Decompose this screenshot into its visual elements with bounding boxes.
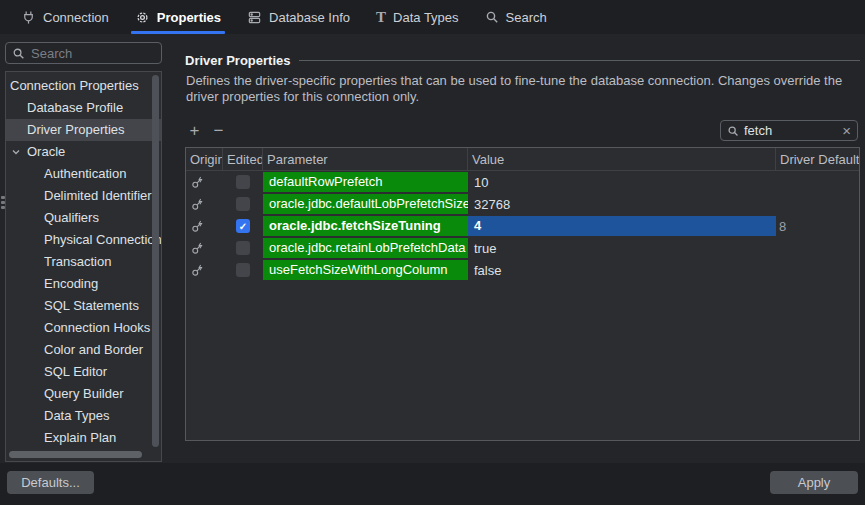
sidebar-item-qualifiers[interactable]: Qualifiers — [6, 207, 161, 229]
sidebar-item-query-builder[interactable]: Query Builder — [6, 383, 161, 405]
origin-cell — [186, 237, 223, 259]
table-toolbar: + − fetch × — [186, 119, 858, 142]
tab-properties[interactable]: Properties — [122, 0, 234, 34]
driver-properties-table: Origin Edited Parameter Value Driver Def… — [185, 147, 860, 441]
sidebar-item-label: Delimited Identifiers — [44, 185, 158, 207]
tab-search[interactable]: Search — [472, 0, 560, 34]
sidebar-search-placeholder: Search — [31, 46, 72, 61]
table-body: defaultRowPrefetch10oracle.jdbc.defaultL… — [186, 171, 859, 281]
value-cell[interactable]: true — [468, 237, 776, 259]
section-description: Defines the driver-specific properties t… — [186, 73, 846, 105]
driver-default-cell — [776, 237, 859, 259]
splitter-handle[interactable] — [1, 196, 5, 209]
search-icon — [12, 47, 25, 60]
sidebar-item-sql-statements[interactable]: SQL Statements — [6, 295, 161, 317]
sidebar-item-connection-hooks[interactable]: Connection Hooks — [6, 317, 161, 339]
header-rule — [299, 60, 861, 61]
sidebar-item-oracle[interactable]: Oracle — [6, 141, 161, 163]
filter-input[interactable]: fetch × — [720, 120, 858, 141]
connection-properties-window: ConnectionPropertiesDatabase InfoTData T… — [0, 0, 865, 505]
sidebar-item-label: Qualifiers — [44, 207, 99, 229]
section-header: Driver Properties — [185, 53, 860, 68]
settings-tree: Connection PropertiesDatabase ProfileDri… — [5, 71, 162, 462]
value-cell[interactable]: 10 — [468, 171, 776, 193]
sidebar-item-connection-properties[interactable]: Connection Properties — [6, 75, 161, 97]
sidebar-item-label: Query Builder — [44, 383, 123, 405]
chevron-down-icon — [11, 147, 22, 157]
table-row[interactable]: oracle.jdbc.defaultLobPrefetchSize32768 — [186, 193, 859, 215]
sidebar-item-driver-properties[interactable]: Driver Properties — [6, 119, 161, 141]
search-icon — [485, 10, 499, 24]
page-title: Driver Properties — [185, 53, 291, 68]
clear-filter-icon[interactable]: × — [842, 123, 851, 138]
tab-label: Connection — [43, 10, 109, 25]
edited-cell — [223, 171, 263, 193]
edited-checkbox[interactable] — [236, 241, 250, 255]
tab-bar: ConnectionPropertiesDatabase InfoTData T… — [0, 0, 865, 34]
table-row[interactable]: useFetchSizeWithLongColumnfalse — [186, 259, 859, 281]
driver-default-cell — [776, 193, 859, 215]
tab-label: Data Types — [393, 10, 459, 25]
column-header-driver-default[interactable]: Driver Default — [776, 148, 859, 170]
edited-checkbox[interactable] — [236, 175, 250, 189]
tab-data-types[interactable]: TData Types — [363, 0, 472, 34]
sidebar-item-physical-connection[interactable]: Physical Connection — [6, 229, 161, 251]
edited-cell — [223, 259, 263, 281]
tree-horizontal-scrollbar[interactable] — [9, 451, 142, 458]
sidebar-item-label: Encoding — [44, 273, 98, 295]
sidebar-item-delimited-identifiers[interactable]: Delimited Identifiers — [6, 185, 161, 207]
driver-origin-icon — [191, 242, 204, 255]
parameter-cell[interactable]: oracle.jdbc.fetchSizeTuning — [263, 215, 468, 237]
sidebar-item-authentication[interactable]: Authentication — [6, 163, 161, 185]
sidebar-item-label: Oracle — [27, 141, 65, 163]
table-row[interactable]: defaultRowPrefetch10 — [186, 171, 859, 193]
driver-default-cell: 8 — [776, 215, 859, 237]
value-cell[interactable]: false — [468, 259, 776, 281]
sidebar-item-data-types[interactable]: Data Types — [6, 405, 161, 427]
value-cell[interactable]: 4 — [468, 215, 776, 237]
sidebar-item-transaction[interactable]: Transaction — [6, 251, 161, 273]
remove-property-button[interactable]: − — [210, 121, 227, 141]
origin-cell — [186, 171, 223, 193]
parameter-cell[interactable]: oracle.jdbc.retainLobPrefetchData — [263, 237, 468, 259]
column-header-value[interactable]: Value — [468, 148, 776, 170]
defaults-button[interactable]: Defaults... — [7, 471, 94, 494]
tab-connection[interactable]: Connection — [8, 0, 122, 34]
column-header-edited[interactable]: Edited — [223, 148, 263, 170]
parameter-cell[interactable]: useFetchSizeWithLongColumn — [263, 259, 468, 281]
parameter-name: oracle.jdbc.retainLobPrefetchData — [263, 238, 468, 258]
edited-checkbox[interactable] — [236, 197, 250, 211]
parameter-name: oracle.jdbc.fetchSizeTuning — [263, 216, 468, 236]
search-icon — [727, 125, 739, 137]
sidebar-item-label: Color and Border — [44, 339, 143, 361]
column-header-origin[interactable]: Origin — [186, 148, 223, 170]
sidebar-item-encoding[interactable]: Encoding — [6, 273, 161, 295]
sidebar-item-label: Authentication — [44, 163, 126, 185]
table-row[interactable]: oracle.jdbc.fetchSizeTuning48 — [186, 215, 859, 237]
tab-label: Database Info — [269, 10, 350, 25]
tab-label: Search — [506, 10, 547, 25]
column-header-parameter[interactable]: Parameter — [263, 148, 468, 170]
sidebar-item-label: Database Profile — [27, 97, 123, 119]
type-icon: T — [376, 10, 386, 25]
sidebar-item-color-and-border[interactable]: Color and Border — [6, 339, 161, 361]
edited-checkbox[interactable] — [236, 219, 250, 233]
edited-checkbox[interactable] — [236, 263, 250, 277]
tree-vertical-scrollbar[interactable] — [152, 75, 159, 447]
sidebar-item-sql-editor[interactable]: SQL Editor — [6, 361, 161, 383]
parameter-cell[interactable]: defaultRowPrefetch — [263, 171, 468, 193]
sidebar-item-explain-plan[interactable]: Explain Plan — [6, 427, 161, 449]
add-property-button[interactable]: + — [186, 121, 203, 141]
parameter-name: useFetchSizeWithLongColumn — [263, 260, 468, 280]
apply-button[interactable]: Apply — [770, 471, 858, 494]
filter-value: fetch — [744, 123, 837, 138]
value-cell[interactable]: 32768 — [468, 193, 776, 215]
sidebar-search-input[interactable]: Search — [5, 42, 162, 64]
tab-label: Properties — [157, 10, 221, 25]
tab-database-info[interactable]: Database Info — [234, 0, 363, 34]
table-row[interactable]: oracle.jdbc.retainLobPrefetchDatatrue — [186, 237, 859, 259]
sidebar-item-database-profile[interactable]: Database Profile — [6, 97, 161, 119]
driver-origin-icon — [191, 198, 204, 211]
parameter-cell[interactable]: oracle.jdbc.defaultLobPrefetchSize — [263, 193, 468, 215]
sidebar-item-label: Connection Properties — [10, 75, 139, 97]
